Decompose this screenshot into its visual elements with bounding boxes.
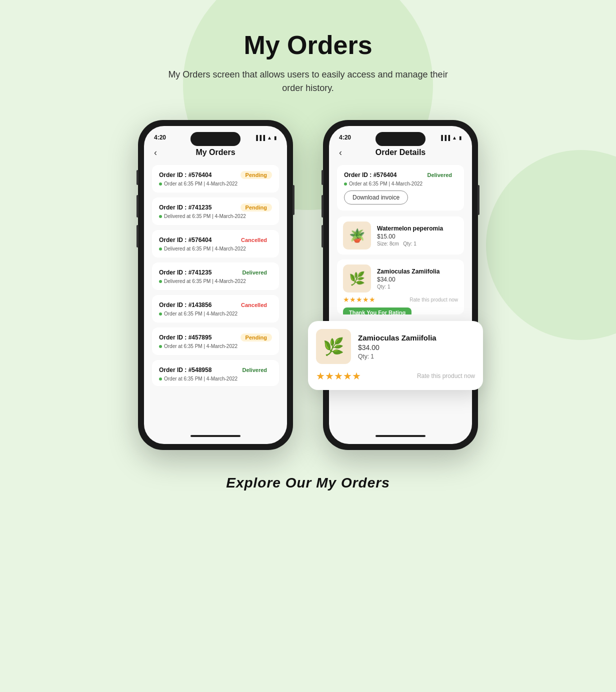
volume-up-button-right <box>322 195 324 218</box>
dynamic-island-right <box>376 132 426 146</box>
status-badge-4: Delivered <box>237 268 272 276</box>
order-item-1[interactable]: Order ID : #576404 Pending Order at 6:35… <box>152 165 279 192</box>
order-item-2[interactable]: Order ID : #741235 Pending Delivered at … <box>152 198 279 225</box>
order-details-content: Order ID : #576404 Delivered Order at 6:… <box>329 161 472 434</box>
dot-green-detail <box>344 182 347 186</box>
right-screen-nav: ‹ Order Details <box>329 144 472 161</box>
page-title: My Orders <box>168 30 448 60</box>
order-time-7: Order at 6:35 PM | 4-March-2022 <box>159 376 272 382</box>
status-time-left: 4:20 <box>154 134 166 141</box>
status-badge-7: Delivered <box>237 366 272 374</box>
footer-text: Explore Our My Orders <box>226 475 390 490</box>
left-phone-screen: 4:20 ▐▐▐ ▲ ▮ ‹ My Orders Order ID : #576… <box>144 126 287 444</box>
stars-2: ★★★★★ <box>343 296 376 304</box>
volume-down-button <box>136 225 138 248</box>
order-item-6[interactable]: Order ID : #457895 Pending Order at 6:35… <box>152 328 279 355</box>
floating-product-qty: Qty: 1 <box>358 353 436 360</box>
order-item-5[interactable]: Order ID : #143856 Cancelled Order at 6:… <box>152 295 279 322</box>
dot-green-5 <box>159 312 162 316</box>
order-id-5: Order ID : #143856 <box>159 302 212 308</box>
order-id-6: Order ID : #457895 <box>159 334 212 341</box>
left-phone-frame: 4:20 ▐▐▐ ▲ ▮ ‹ My Orders Order ID : #576… <box>138 120 293 450</box>
page-subtitle: My Orders screen that allows users to ea… <box>168 68 448 95</box>
floating-product-name: Zamioculas Zamiifolia <box>358 334 436 342</box>
floating-product-info: Zamioculas Zamiifolia $34.00 Qty: 1 <box>358 334 436 360</box>
order-time-1: Order at 6:35 PM | 4-March-2022 <box>159 181 272 186</box>
product-price-2: $34.00 <box>377 276 458 283</box>
status-badge-3: Cancelled <box>236 236 272 244</box>
power-button-right <box>478 185 480 215</box>
back-button-right[interactable]: ‹ <box>339 148 342 158</box>
rate-text-2: Rate this product now <box>410 297 458 302</box>
floating-product-image: 🌿 <box>316 329 351 364</box>
right-phone-screen: 4:20 ▐▐▐ ▲ ▮ ‹ Order Details Order ID : … <box>329 126 472 444</box>
order-id-4: Order ID : #741235 <box>159 269 212 276</box>
thankyou-tag: Thank You For Rating <box>343 308 412 314</box>
power-button <box>292 185 294 215</box>
order-list: Order ID : #576404 Pending Order at 6:35… <box>144 161 287 434</box>
battery-icon-right: ▮ <box>459 135 462 140</box>
right-phone-frame: 4:20 ▐▐▐ ▲ ▮ ‹ Order Details Order ID : … <box>323 120 478 450</box>
dynamic-island-left <box>190 132 240 146</box>
signal-icon-right: ▐▐▐ <box>440 135 450 140</box>
left-screen-nav: ‹ My Orders <box>144 144 287 161</box>
floating-rate-text: Rate this product now <box>417 372 475 380</box>
phones-container: 4:20 ▐▐▐ ▲ ▮ ‹ My Orders Order ID : #576… <box>138 120 478 450</box>
order-info-card: Order ID : #576404 Delivered Order at 6:… <box>337 165 464 210</box>
page-header: My Orders My Orders screen that allows u… <box>168 30 448 95</box>
product-meta-1: Size: 8cm Qty: 1 <box>377 241 458 246</box>
back-button-left[interactable]: ‹ <box>154 148 157 158</box>
order-id-3: Order ID : #576404 <box>159 236 212 244</box>
order-item-7[interactable]: Order ID : #548958 Delivered Order at 6:… <box>152 360 279 386</box>
floating-product-card: 🌿 Zamioculas Zamiifolia $34.00 Qty: 1 ★★… <box>308 321 483 390</box>
product-info-2: Zamioculas Zamiifolia $34.00 Qty: 1 <box>377 268 458 290</box>
order-time-6: Order at 6:35 PM | 4-March-2022 <box>159 344 272 349</box>
order-time-3: Delivered at 6:35 PM | 4-March-2022 <box>159 246 272 252</box>
product-name-1: Watermelon peperomia <box>377 225 458 232</box>
product-card-1: 🪴 Watermelon peperomia $15.00 Size: 8cm … <box>337 216 464 254</box>
download-invoice-button[interactable]: Download invoice <box>344 190 408 204</box>
order-id-7: Order ID : #548958 <box>159 366 212 374</box>
dot-green-6 <box>159 345 162 348</box>
volume-down-button-right <box>322 225 324 248</box>
product-name-2: Zamioculas Zamiifolia <box>377 268 458 275</box>
right-screen-title: Order Details <box>376 148 426 157</box>
status-icons-left: ▐▐▐ ▲ ▮ <box>254 135 277 140</box>
dot-green-2 <box>159 215 162 218</box>
product-image-2: 🌿 <box>343 264 371 292</box>
floating-stars: ★★★★★ <box>316 370 361 382</box>
product-price-1: $15.00 <box>377 233 458 240</box>
status-badge-5: Cancelled <box>236 301 272 309</box>
order-id-1: Order ID : #576404 <box>159 172 212 178</box>
detail-order-status: Delivered <box>422 171 457 179</box>
status-icons-right: ▐▐▐ ▲ ▮ <box>440 135 462 140</box>
dot-green-7 <box>159 378 162 380</box>
product-image-1: 🪴 <box>343 222 371 250</box>
wifi-icon-right: ▲ <box>452 135 457 140</box>
left-screen-title: My Orders <box>196 148 235 157</box>
signal-icon: ▐▐▐ <box>254 135 265 140</box>
floating-rating-row: ★★★★★ Rate this product now <box>316 370 475 382</box>
product-info-1: Watermelon peperomia $15.00 Size: 8cm Qt… <box>377 225 458 246</box>
order-id-2: Order ID : #741235 <box>159 204 212 211</box>
order-item-3[interactable]: Order ID : #576404 Cancelled Delivered a… <box>152 230 279 258</box>
dot-green-1 <box>159 182 162 186</box>
status-time-right: 4:20 <box>339 134 351 141</box>
volume-up-button <box>136 195 138 218</box>
home-indicator-left <box>190 435 240 437</box>
order-time-4: Delivered at 6:35 PM | 4-March-2022 <box>159 278 272 284</box>
page-footer: Explore Our My Orders <box>226 475 390 491</box>
order-time-2: Delivered at 6:35 PM | 4-March-2022 <box>159 214 272 219</box>
wifi-icon: ▲ <box>267 135 272 140</box>
product-qty-2: Qty: 1 <box>377 284 458 290</box>
battery-icon: ▮ <box>274 135 277 140</box>
floating-product-price: $34.00 <box>358 344 436 352</box>
status-badge-2: Pending <box>240 204 272 212</box>
dot-green-3 <box>159 248 162 250</box>
mute-button-right <box>322 170 324 185</box>
rating-row-2: ★★★★★ Rate this product now <box>343 296 458 304</box>
dot-green-4 <box>159 280 162 283</box>
order-time-5: Order at 6:35 PM | 4-March-2022 <box>159 311 272 316</box>
order-item-4[interactable]: Order ID : #741235 Delivered Delivered a… <box>152 262 279 290</box>
detail-order-time: Order at 6:35 PM | 4-March-2022 <box>344 181 457 186</box>
